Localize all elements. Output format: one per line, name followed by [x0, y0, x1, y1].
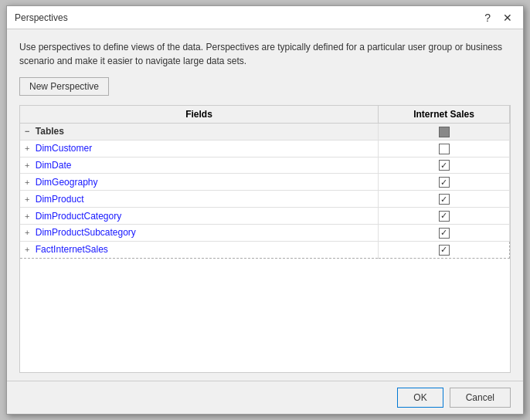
- factinternetsales-checkbox[interactable]: [439, 245, 450, 256]
- table-row: + DimGeography: [20, 174, 510, 191]
- perspectives-table: Fields Internet Sales − Tables: [20, 106, 510, 259]
- dimgeography-checkbox-cell[interactable]: [379, 174, 510, 191]
- title-bar-controls: ? ✕: [481, 12, 515, 23]
- expand-icon[interactable]: +: [25, 178, 29, 187]
- table-name-dimdate[interactable]: DimDate: [36, 160, 72, 171]
- factinternetsales-checkbox-cell[interactable]: [379, 241, 510, 258]
- table-row: + DimDate: [20, 157, 510, 174]
- dimcustomer-checkbox[interactable]: [439, 144, 450, 154]
- expand-icon[interactable]: +: [25, 212, 29, 221]
- perspectives-grid: Fields Internet Sales − Tables: [19, 105, 511, 373]
- dimdate-checkbox-cell[interactable]: [379, 157, 510, 174]
- cancel-button[interactable]: Cancel: [450, 388, 511, 408]
- table-row: + DimProductSubcategory: [20, 224, 510, 241]
- dimproductsubcategory-checkbox-cell[interactable]: [379, 224, 510, 241]
- expand-icon[interactable]: +: [25, 161, 29, 170]
- title-bar: Perspectives ? ✕: [7, 6, 523, 29]
- dimproductsubcategory-checkbox[interactable]: [439, 228, 450, 239]
- internet-sales-column-header: Internet Sales: [379, 106, 510, 124]
- close-button[interactable]: ✕: [500, 12, 515, 23]
- help-button[interactable]: ?: [481, 12, 494, 23]
- new-perspective-button[interactable]: New Perspective: [19, 77, 109, 96]
- table-row: + DimProductCategory: [20, 208, 510, 225]
- perspectives-dialog: Perspectives ? ✕ Use perspectives to def…: [6, 5, 524, 415]
- description-text: Use perspectives to define views of the …: [19, 40, 511, 68]
- tables-section-header: − Tables: [20, 124, 510, 141]
- table-name-dimgeography[interactable]: DimGeography: [36, 177, 98, 188]
- dialog-body: Use perspectives to define views of the …: [7, 29, 523, 381]
- table-row: + FactInternetSales: [20, 241, 510, 258]
- table-name-dimproductsubcategory[interactable]: DimProductSubcategory: [36, 227, 136, 238]
- collapse-icon[interactable]: −: [25, 127, 29, 136]
- dimproduct-checkbox-cell[interactable]: [379, 191, 510, 208]
- dialog-title: Perspectives: [15, 12, 68, 23]
- expand-icon[interactable]: +: [25, 195, 29, 204]
- tables-header-checkbox-cell[interactable]: [379, 124, 510, 141]
- dimproduct-checkbox[interactable]: [439, 194, 450, 205]
- dialog-footer: OK Cancel: [7, 381, 523, 414]
- table-row: + DimProduct: [20, 191, 510, 208]
- table-name-factinternetsales[interactable]: FactInternetSales: [36, 244, 108, 255]
- tables-label: Tables: [36, 126, 64, 137]
- table-name-dimproduct[interactable]: DimProduct: [36, 194, 84, 205]
- dimdate-checkbox[interactable]: [439, 160, 450, 171]
- table-row: + DimCustomer: [20, 140, 510, 157]
- dimcustomer-checkbox-cell[interactable]: [379, 140, 510, 157]
- table-header-row: Fields Internet Sales: [20, 106, 510, 124]
- expand-icon[interactable]: +: [25, 228, 29, 237]
- dimproductcategory-checkbox-cell[interactable]: [379, 208, 510, 225]
- expand-icon[interactable]: +: [25, 245, 29, 254]
- ok-button[interactable]: OK: [397, 388, 443, 408]
- dimproductcategory-checkbox[interactable]: [439, 211, 450, 222]
- tables-indeterminate-checkbox[interactable]: [439, 127, 450, 137]
- table-name-dimcustomer[interactable]: DimCustomer: [36, 143, 92, 154]
- dimgeography-checkbox[interactable]: [439, 177, 450, 188]
- expand-icon[interactable]: +: [25, 144, 29, 153]
- table-name-dimproductcategory[interactable]: DimProductCategory: [36, 211, 121, 222]
- fields-column-header: Fields: [20, 106, 379, 124]
